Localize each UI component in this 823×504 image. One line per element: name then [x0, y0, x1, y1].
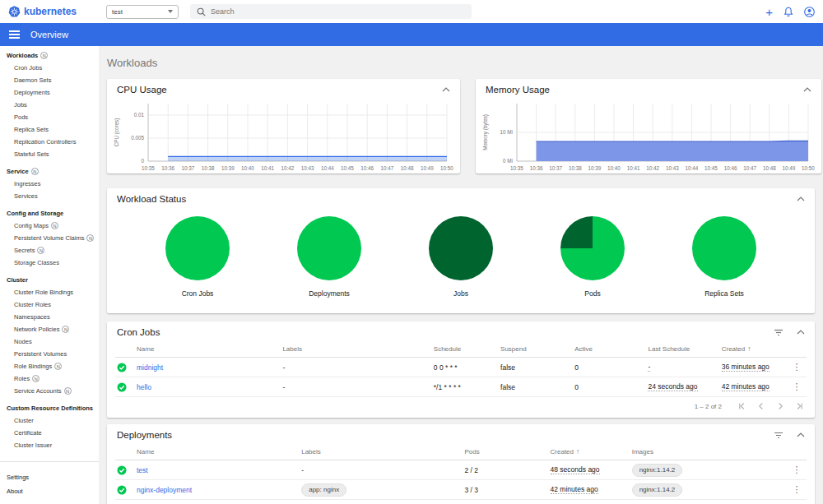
sidebar-item-roles[interactable]: Roles N [0, 372, 99, 385]
sidebar-item-replica-sets[interactable]: Replica Sets [0, 123, 99, 136]
card-header: Cron Jobs [107, 321, 815, 340]
chevron-up-icon [797, 197, 805, 201]
collapse-button[interactable] [797, 330, 805, 335]
namespaced-badge: N [62, 326, 69, 333]
deployment-name-link[interactable]: test [137, 466, 148, 474]
sidebar-item-config-maps[interactable]: Config Maps N [0, 220, 99, 232]
sidebar-item-nodes[interactable]: Nodes [0, 335, 99, 348]
sidebar-group-workloads[interactable]: Workloads N [0, 49, 99, 62]
collapse-button[interactable] [797, 197, 805, 201]
pie-chart [297, 216, 361, 280]
search-input[interactable] [211, 7, 465, 16]
svg-text:10:44: 10:44 [686, 165, 699, 171]
cron-job-name-link[interactable]: hello [137, 383, 151, 391]
sidebar-item-about[interactable]: About [0, 484, 99, 498]
sidebar-item-replication-controllers[interactable]: Replication Controllers [0, 136, 99, 148]
namespace-select[interactable]: test [106, 5, 179, 19]
row-menu-button[interactable]: ⋮ [787, 382, 807, 391]
cell-labels: - [301, 466, 464, 474]
sidebar-item-daemon-sets[interactable]: Daemon Sets [0, 74, 99, 86]
table-row[interactable]: midnight - 0 0 * * * false 0 - 36 minute… [115, 358, 807, 377]
row-menu-button[interactable]: ⋮ [787, 363, 807, 372]
svg-text:10:45: 10:45 [341, 165, 354, 171]
sidebar-item-network-policies[interactable]: Network Policies N [0, 323, 99, 335]
sidebar-item-secrets[interactable]: Secrets N [0, 244, 99, 257]
table-row[interactable]: nginx-deployment app: nginx 3 / 3 42 min… [115, 480, 807, 500]
sidebar-item-crd-cluster-issuer[interactable]: Cluster Issuer [0, 439, 99, 451]
pie-label: Pods [584, 289, 600, 298]
sidebar-item-stateful-sets[interactable]: Stateful Sets [0, 148, 99, 160]
create-resource-button[interactable]: + [765, 6, 773, 18]
column-created[interactable]: Created ↑ [551, 447, 632, 455]
sidebar-item-cluster-roles[interactable]: Cluster Roles [0, 298, 99, 311]
namespace-value: test [112, 8, 123, 16]
sidebar-group-cluster[interactable]: Cluster [0, 274, 99, 286]
filter-button[interactable] [774, 329, 783, 336]
pagination-range: 1 – 2 of 2 [695, 403, 722, 410]
account-button[interactable] [804, 7, 815, 17]
collapse-button[interactable] [803, 87, 811, 92]
cell-created: 42 minutes ago [551, 485, 598, 494]
svg-text:CPU (cores): CPU (cores) [114, 118, 120, 147]
card-header-actions [774, 432, 805, 439]
svg-text:10:47: 10:47 [381, 165, 394, 171]
previous-page-button[interactable] [757, 400, 765, 413]
sidebar-item-settings[interactable]: Settings [0, 470, 99, 484]
sidebar-item-services[interactable]: Services [0, 190, 99, 202]
brand-home-link[interactable]: kubernetes [8, 6, 77, 18]
sidebar-item-service-accounts[interactable]: Service Accounts N [0, 385, 99, 397]
column-labels: Labels [301, 448, 464, 455]
sidebar-item-cron-jobs[interactable]: Cron Jobs [0, 62, 99, 74]
cron-job-name-link[interactable]: midnight [137, 363, 163, 372]
table-row[interactable]: hello - */1 * * * * false 0 24 seconds a… [115, 377, 807, 397]
first-page-button[interactable] [738, 400, 746, 413]
filter-button[interactable] [774, 432, 783, 439]
row-menu-button[interactable]: ⋮ [787, 465, 807, 474]
svg-text:10:42: 10:42 [646, 165, 659, 171]
sidebar-item-role-bindings[interactable]: Role Bindings N [0, 360, 99, 372]
account-icon [804, 7, 815, 17]
collapse-button[interactable] [797, 432, 805, 437]
bell-icon [783, 7, 793, 17]
column-created[interactable]: Created ↑ [722, 344, 787, 353]
deployment-name-link[interactable]: nginx-deployment [137, 486, 192, 494]
card-title: CPU Usage [117, 85, 442, 95]
sidebar-item-deployments[interactable]: Deployments [0, 86, 99, 99]
cron-jobs-card: Cron Jobs Name Labels [107, 321, 815, 418]
sidebar-item-ingresses[interactable]: Ingresses [0, 178, 99, 190]
sidebar-group-custom-resource-definitions[interactable]: Custom Resource Definitions [0, 402, 99, 414]
table-header-row: Name Labels Schedule Suspend Active Last… [115, 340, 807, 358]
sidebar-item-persistent-volumes[interactable]: Persistent Volumes [0, 348, 99, 360]
search-icon [197, 7, 206, 16]
last-page-button[interactable] [795, 400, 803, 413]
sidebar-item-jobs[interactable]: Jobs [0, 99, 99, 111]
collapse-button[interactable] [442, 87, 450, 92]
sidebar-item-storage-classes[interactable]: Storage Classes [0, 257, 99, 269]
memory-usage-chart: 10:3510:3610:3710:3810:3910:4010:4110:42… [476, 98, 821, 173]
svg-text:10:45: 10:45 [704, 165, 718, 171]
sidebar-item-namespaces[interactable]: Namespaces [0, 311, 99, 323]
sidebar-group-config-and-storage[interactable]: Config and Storage [0, 207, 99, 220]
sidebar-group-service[interactable]: Service N [0, 165, 99, 178]
column-schedule: Schedule [434, 345, 500, 353]
status-ok-icon [117, 382, 127, 392]
next-page-button[interactable] [776, 400, 784, 413]
menu-button[interactable] [9, 30, 20, 39]
sidebar-item-crd-cluster[interactable]: Cluster [0, 414, 99, 427]
workload-status-pie-pods: Pods [560, 216, 625, 298]
table-row[interactable]: test - 2 / 2 48 seconds ago nginx:1.14.2… [115, 460, 807, 480]
search-bar[interactable] [190, 4, 472, 19]
svg-text:0.01: 0.01 [134, 112, 145, 118]
chevron-up-icon [442, 87, 450, 92]
svg-text:10:37: 10:37 [182, 165, 195, 171]
sidebar-item-persistent-volume-claims[interactable]: Persistent Volume Claims N [0, 232, 99, 244]
cell-schedule: */1 * * * * [434, 383, 500, 391]
svg-text:10:36: 10:36 [530, 165, 543, 171]
sidebar-item-cluster-role-bindings[interactable]: Cluster Role Bindings [0, 286, 99, 298]
row-menu-button[interactable]: ⋮ [787, 485, 807, 494]
sidebar-item-crd-certificate[interactable]: Certificate [0, 427, 99, 439]
notifications-button[interactable] [783, 7, 793, 17]
label-chip: app: nginx [301, 483, 346, 497]
sidebar-item-pods[interactable]: Pods [0, 111, 99, 123]
chevron-left-icon [757, 402, 765, 410]
